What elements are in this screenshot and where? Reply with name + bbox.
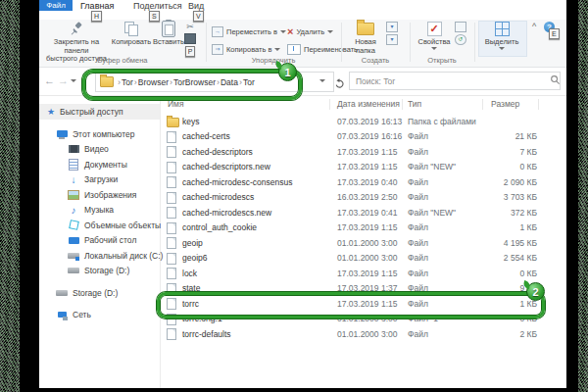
column-divider[interactable] (538, 99, 539, 110)
delete-button[interactable]: × Удалить (287, 26, 333, 36)
collapse-ribbon-icon[interactable]: ^ (532, 22, 536, 31)
sidebar-item[interactable]: Видео (39, 142, 160, 158)
file-row[interactable]: cached-descriptors.new17.03.2019 1:15Фай… (160, 160, 566, 175)
file-date-modified: 16.03.2019 2:50 (337, 192, 408, 202)
history-icon[interactable]: ↺ (455, 34, 466, 45)
file-size: 2 КБ (484, 329, 537, 339)
sidebar-item[interactable]: Локальный диск (C:) (39, 248, 160, 264)
file-name: state (182, 283, 337, 293)
sidebar-item-label: Локальный диск (C:) (84, 251, 163, 261)
copy-path-icon[interactable] (184, 33, 196, 44)
column-divider[interactable] (402, 99, 403, 110)
chevron-down-icon (499, 47, 505, 50)
breadcrumb[interactable]: ›Tor›Browser›TorBrowser›Data›Tor (95, 72, 334, 92)
objects-3d-icon (68, 220, 79, 230)
tab-home[interactable]: Главная (80, 1, 114, 11)
sidebar-item-label: Сеть (73, 310, 91, 319)
file-row[interactable]: cached-microdescs16.03.2019 2:50Файл3 70… (160, 190, 566, 206)
music-icon: ♪ (68, 205, 79, 216)
address-dropdown-icon[interactable] (319, 79, 325, 82)
file-row[interactable]: cached-microdesc-consensus17.03.2019 0:4… (160, 174, 566, 190)
disk-icon (68, 266, 79, 276)
file-size: 0 КБ (484, 314, 537, 323)
explorer-window: Файл Главная Поделиться Вид H S V Закреп… (39, 0, 566, 388)
breadcrumb-item[interactable]: Data (220, 77, 238, 87)
file-row[interactable]: state17.03.2019 1:37Файл9 КБ (160, 281, 566, 297)
file-size: 21 КБ (484, 131, 537, 141)
refresh-icon[interactable] (334, 75, 345, 93)
file-date-modified: 17.03.2019 1:15 (337, 147, 408, 157)
star-icon: ★ (47, 107, 55, 117)
file-row[interactable]: torrc.orig.101.01.2000 3:00Файл "1"0 КБ (160, 312, 566, 327)
forward-button[interactable]: → (58, 75, 69, 86)
file-date-modified: 07.03.2019 16:13 (337, 117, 408, 126)
search-input[interactable]: Поиск: Tor (349, 72, 561, 90)
sidebar-item[interactable]: Объемные объекты (39, 218, 160, 233)
file-type: Файл (408, 253, 484, 263)
screenshot-root: Файл Главная Поделиться Вид H S V Закреп… (0, 0, 588, 392)
column-header-date[interactable]: Дата изменения (337, 99, 400, 109)
new-folder-button[interactable]: Новая папка (347, 21, 384, 55)
breadcrumb-item[interactable]: TorBrowser (173, 77, 216, 87)
file-row[interactable]: torrc17.03.2019 1:15Файл1 КБ (160, 296, 566, 312)
file-name: geoip (182, 238, 337, 248)
column-divider[interactable] (482, 99, 483, 110)
file-size: 1 КБ (484, 222, 537, 232)
file-date-modified: 17.03.2019 1:15 (337, 269, 408, 278)
column-divider[interactable] (329, 99, 330, 110)
pin-label-line1: Закрепить на панели (43, 38, 110, 55)
sidebar-item[interactable]: Рабочий стол (39, 233, 160, 249)
properties-button[interactable]: ✓ Свойства (416, 21, 453, 50)
file-row[interactable]: keys07.03.2019 16:13Папка с файлами (160, 114, 566, 129)
sidebar-item-label: Изображения (84, 190, 136, 200)
file-row[interactable]: geoip601.01.2000 3:00Файл2 554 КБ (160, 251, 566, 267)
file-row[interactable]: cached-descriptors17.03.2019 1:15Файл7 К… (160, 144, 566, 160)
file-row[interactable]: cached-microdescs.new17.03.2019 0:41Файл… (160, 205, 566, 220)
search-icon[interactable] (550, 72, 561, 89)
tab-share[interactable]: Поделиться (133, 1, 182, 11)
column-headers: Имя Дата изменения Тип Размер (160, 96, 566, 113)
file-row[interactable]: torrc-defaults01.01.2000 3:00Файл2 КБ (160, 326, 566, 342)
sidebar-item-quick-access[interactable]: ★ Быстрый доступ (39, 104, 160, 120)
up-button[interactable]: ↑ (81, 75, 86, 86)
select-button[interactable]: Выделить (480, 21, 523, 50)
file-row[interactable]: cached-certs07.03.2019 16:16Файл21 КБ (160, 129, 566, 145)
file-date-modified: 17.03.2019 0:41 (337, 208, 408, 218)
file-row[interactable]: geoip01.01.2000 3:00Файл4 195 КБ (160, 235, 566, 251)
sidebar-item[interactable]: Storage (D:) (39, 264, 160, 279)
breadcrumb-item[interactable]: Tor (243, 77, 255, 87)
column-header-name[interactable]: Имя (168, 99, 184, 109)
sidebar-item[interactable]: Документы (39, 157, 160, 172)
sidebar-item[interactable]: Этот компьютер (39, 126, 160, 142)
recent-locations-icon[interactable] (71, 79, 76, 82)
back-button[interactable]: ← (44, 75, 55, 86)
breadcrumb-item[interactable]: Browser (138, 77, 169, 87)
copy-button[interactable]: Копировать (110, 21, 153, 47)
paste-button[interactable]: Вставить (151, 21, 186, 47)
tab-view[interactable]: Вид (188, 1, 204, 11)
sidebar-item[interactable]: Изображения (39, 187, 160, 203)
copy-to-button[interactable]: ⇒ Копировать в (212, 44, 280, 55)
sidebar-item[interactable]: ♪Музыка (39, 203, 160, 219)
copy-label: Копировать (112, 38, 151, 47)
new-item-icon[interactable]: ▾ (386, 34, 398, 45)
easy-access-icon[interactable]: ▾ (386, 22, 398, 32)
tab-file[interactable]: Файл (39, 0, 73, 11)
file-icon (167, 328, 176, 340)
sidebar-item[interactable]: Storage (D:) (39, 285, 160, 301)
column-header-size[interactable]: Размер (491, 99, 519, 109)
breadcrumb-item[interactable]: Tor (122, 77, 133, 87)
disk-c-icon (68, 250, 79, 261)
sidebar-item[interactable]: ↓Загрузки (39, 172, 160, 188)
cut-icon[interactable]: ✂ (186, 22, 194, 31)
file-row[interactable]: control_auth_cookie17.03.2019 1:15Файл1 … (160, 220, 566, 236)
new-folder-icon (357, 21, 374, 37)
sidebar-item-label: Быстрый доступ (60, 107, 123, 117)
file-row[interactable]: lock17.03.2019 1:15Файл0 КБ (160, 266, 566, 281)
file-name: keys (182, 117, 337, 126)
column-header-type[interactable]: Тип (408, 99, 421, 109)
file-date-modified: 17.03.2019 1:15 (337, 299, 408, 309)
edit-icon[interactable] (455, 22, 466, 32)
move-to-button[interactable]: → Переместить в (212, 26, 286, 37)
sidebar-item[interactable]: Сеть (39, 308, 160, 323)
